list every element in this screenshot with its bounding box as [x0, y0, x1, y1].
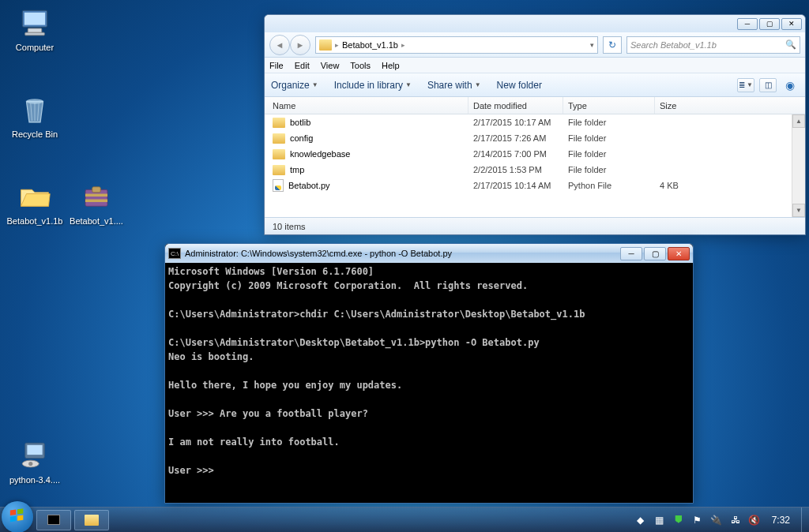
menu-tools[interactable]: Tools	[350, 61, 371, 70]
file-name: botlib	[290, 118, 310, 127]
folder-icon	[273, 165, 285, 175]
search-input[interactable]: Search Betabot_v1.1b 🔍	[627, 36, 800, 54]
tray-network-icon[interactable]: 🖧	[729, 514, 742, 526]
file-row[interactable]: botlib2/17/2015 10:17 AMFile folder	[265, 114, 805, 130]
tray-volume-icon[interactable]: 🔇	[748, 514, 761, 526]
taskbar-cmd[interactable]	[36, 510, 71, 530]
desktop-icon-computer[interactable]: Computer	[5, 6, 65, 53]
close-button[interactable]: ✕	[668, 247, 690, 260]
menu-help[interactable]: Help	[382, 61, 400, 70]
desktop-icon-python-installer[interactable]: python-3.4....	[5, 439, 65, 485]
scrollbar[interactable]: ▲ ▼	[792, 114, 805, 217]
column-type[interactable]: Type	[563, 97, 655, 114]
column-name[interactable]: Name	[265, 97, 468, 114]
share-button[interactable]: Share with▼	[427, 80, 481, 91]
menu-view[interactable]: View	[321, 61, 340, 70]
organize-button[interactable]: Organize▼	[271, 80, 318, 91]
desktop-icon-betabot-rar[interactable]: Betabot_v1....	[66, 180, 126, 227]
file-name: knowledgebase	[290, 149, 350, 159]
file-row[interactable]: knowledgebase2/14/2015 7:00 PMFile folde…	[265, 146, 805, 162]
menu-bar: File Edit View Tools Help	[265, 58, 805, 73]
include-library-button[interactable]: Include in library▼	[334, 80, 412, 91]
tray-icon[interactable]: ◆	[634, 514, 647, 526]
breadcrumb[interactable]: ▸ Betabot_v1.1b ▸ ▾	[315, 36, 598, 54]
refresh-button[interactable]: ↻	[603, 36, 622, 54]
explorer-titlebar[interactable]: ─ ▢ ✕	[265, 15, 805, 32]
svg-rect-8	[92, 187, 101, 193]
desktop-icon-label: Betabot_v1....	[66, 216, 126, 227]
start-button[interactable]	[2, 501, 33, 533]
file-date: 2/14/2015 7:00 PM	[468, 149, 563, 159]
file-type: File folder	[563, 118, 655, 127]
tray-flag-icon[interactable]: ⚑	[691, 514, 704, 526]
desktop-icon-recycle[interactable]: Recycle Bin	[5, 93, 65, 140]
taskbar: ◆ ▦ ⛊ ⚑ 🔌 🖧 🔇 7:32	[0, 507, 809, 532]
svg-rect-10	[27, 445, 42, 455]
desktop-icon-label: python-3.4....	[5, 475, 65, 485]
winrar-icon	[80, 180, 113, 213]
status-bar: 10 items	[265, 217, 805, 234]
python-file-icon	[273, 179, 284, 192]
svg-point-12	[28, 462, 32, 466]
breadcrumb-sep: ▸	[335, 41, 339, 49]
folder-icon	[319, 39, 332, 51]
file-type: Python File	[563, 181, 655, 190]
show-desktop-button[interactable]	[801, 508, 809, 533]
preview-pane-button[interactable]: ◫	[759, 78, 777, 92]
clock[interactable]: 7:32	[772, 515, 790, 526]
tray-power-icon[interactable]: 🔌	[710, 514, 723, 526]
chevron-down-icon[interactable]: ▾	[590, 41, 594, 49]
breadcrumb-sep: ▸	[401, 41, 405, 49]
desktop-icon-betabot-folder[interactable]: Betabot_v1.1b	[5, 180, 65, 227]
maximize-button[interactable]: ▢	[759, 18, 780, 30]
tray-icon[interactable]: ▦	[653, 514, 666, 526]
cmd-titlebar[interactable]: C:\ Administrator: C:\Windows\system32\c…	[165, 244, 693, 263]
folder-icon	[18, 180, 51, 213]
file-size: 4 KB	[655, 181, 710, 190]
recycle-bin-icon	[18, 93, 51, 126]
forward-button[interactable]: ►	[290, 35, 310, 55]
file-type: File folder	[563, 165, 655, 174]
file-name: tmp	[290, 165, 304, 174]
cmd-title: Administrator: C:\Windows\system32\cmd.e…	[185, 249, 452, 258]
back-button[interactable]: ◄	[269, 35, 290, 55]
file-type: File folder	[563, 149, 655, 159]
column-size[interactable]: Size	[655, 97, 742, 114]
search-placeholder: Search Betabot_v1.1b	[630, 40, 717, 50]
folder-icon	[273, 149, 285, 159]
svg-point-4	[27, 99, 43, 103]
file-date: 2/17/2015 7:26 AM	[468, 133, 563, 143]
tray-security-icon[interactable]: ⛊	[672, 514, 685, 526]
close-button[interactable]: ✕	[781, 18, 802, 30]
column-date[interactable]: Date modified	[468, 97, 563, 114]
maximize-button[interactable]: ▢	[644, 247, 666, 260]
new-folder-button[interactable]: New folder	[497, 80, 542, 91]
folder-icon	[273, 118, 285, 128]
desktop-icon-label: Betabot_v1.1b	[5, 216, 65, 227]
file-date: 2/2/2015 1:53 PM	[468, 165, 563, 174]
scroll-up[interactable]: ▲	[792, 114, 805, 128]
computer-icon	[18, 6, 51, 39]
menu-edit[interactable]: Edit	[295, 61, 310, 70]
minimize-button[interactable]: ─	[737, 18, 758, 30]
menu-file[interactable]: File	[269, 61, 284, 70]
view-button[interactable]: ≣▼	[737, 78, 754, 92]
help-button[interactable]: ◉	[781, 78, 799, 92]
scroll-down[interactable]: ▼	[792, 204, 805, 217]
folder-icon	[273, 133, 285, 144]
status-text: 10 items	[273, 222, 306, 231]
svg-rect-15	[10, 515, 16, 521]
system-tray: ◆ ▦ ⛊ ⚑ 🔌 🖧 🔇 7:32	[628, 514, 796, 526]
breadcrumb-segment[interactable]: Betabot_v1.1b	[342, 40, 398, 50]
explorer-window: ─ ▢ ✕ ◄ ► ▸ Betabot_v1.1b ▸ ▾ ↻ Search B…	[264, 14, 806, 235]
cmd-window: C:\ Administrator: C:\Windows\system32\c…	[164, 243, 694, 504]
taskbar-explorer[interactable]	[74, 510, 109, 530]
installer-icon	[18, 439, 51, 472]
file-row[interactable]: config2/17/2015 7:26 AMFile folder	[265, 130, 805, 146]
file-row[interactable]: Betabot.py2/17/2015 10:14 AMPython File4…	[265, 178, 805, 193]
file-date: 2/17/2015 10:14 AM	[468, 181, 563, 190]
file-row[interactable]: tmp2/2/2015 1:53 PMFile folder	[265, 162, 805, 178]
minimize-button[interactable]: ─	[620, 247, 642, 260]
cmd-output[interactable]: Microsoft Windows [Version 6.1.7600] Cop…	[165, 263, 693, 503]
search-icon: 🔍	[785, 39, 796, 50]
